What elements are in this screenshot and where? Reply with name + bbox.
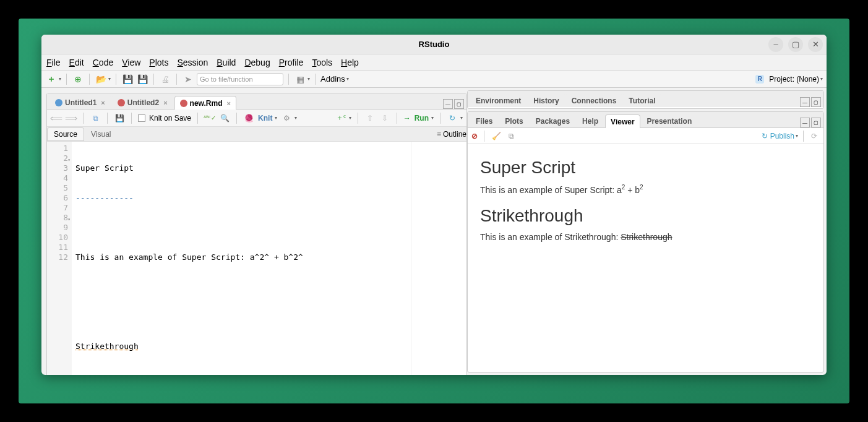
save-all-icon[interactable]: 💾 — [136, 73, 148, 85]
viewer-heading-superscript: Super Script — [480, 158, 811, 178]
save-icon[interactable]: 💾 — [121, 73, 134, 85]
settings-dropdown[interactable]: ▾ — [294, 115, 297, 121]
rstudio-window: RStudio – ▢ ✕ File Edit Code View Plots … — [41, 35, 827, 375]
code-editor[interactable]: 1 2▾ 3 4 5 6 7 8▾ 9 10 11 12 Super — [47, 142, 466, 375]
visual-mode-tab[interactable]: Visual — [84, 127, 118, 141]
next-chunk-icon[interactable]: ⇩ — [379, 113, 390, 124]
publish-dropdown[interactable]: ▾ — [796, 133, 798, 139]
viewer-paragraph-strikethrough: This is an example of Strikethrough: Str… — [480, 232, 811, 242]
clear-viewer-icon[interactable]: 🧹 — [491, 131, 502, 142]
publish-icon[interactable]: ↻ — [447, 113, 458, 124]
project-menu[interactable]: Project: (None) — [769, 75, 819, 84]
tab-new-rmd[interactable]: new.Rmd × — [174, 96, 236, 110]
outline-column — [411, 142, 466, 375]
tab-environment[interactable]: Environment — [470, 93, 526, 107]
new-file-icon[interactable]: ＋ — [45, 73, 58, 85]
minimize-pane-icon[interactable]: — — [443, 99, 453, 109]
tab-presentation[interactable]: Presentation — [642, 114, 698, 127]
refresh-viewer-icon[interactable]: ⟳ — [809, 131, 820, 142]
r-project-icon: R — [755, 75, 764, 84]
menu-debug[interactable]: Debug — [244, 58, 270, 67]
addins-dropdown[interactable]: ▾ — [346, 76, 349, 82]
menu-build[interactable]: Build — [217, 58, 236, 67]
prev-chunk-icon[interactable]: ⇧ — [364, 113, 376, 124]
code-content[interactable]: Super Script ------------ This is an exa… — [72, 142, 411, 375]
minimize-button[interactable]: – — [768, 37, 783, 52]
addins-menu[interactable]: Addins — [320, 74, 345, 84]
tab-help[interactable]: Help — [577, 114, 604, 127]
knit-on-save-checkbox[interactable] — [138, 114, 145, 122]
rmd-icon — [118, 99, 125, 106]
menu-code[interactable]: Code — [93, 58, 113, 67]
minimize-pane-icon[interactable]: — — [800, 97, 810, 107]
project-dropdown[interactable]: ▾ — [820, 76, 823, 82]
tab-tutorial[interactable]: Tutorial — [623, 93, 661, 107]
grid-dropdown[interactable]: ▾ — [307, 76, 310, 82]
open-file-icon[interactable]: 📂 — [95, 73, 107, 85]
close-icon[interactable]: × — [163, 99, 167, 106]
knit-dropdown[interactable]: ▾ — [275, 115, 277, 121]
settings-icon[interactable]: ⚙ — [281, 113, 292, 124]
new-file-dropdown[interactable]: ▾ — [59, 76, 61, 82]
viewer-heading-strikethrough: Strikethrough — [480, 206, 811, 226]
viewer-content: Super Script This is an example of Super… — [468, 144, 823, 372]
tab-files[interactable]: Files — [470, 114, 498, 127]
menu-file[interactable]: File — [46, 58, 61, 67]
forward-icon[interactable]: ⟹ — [66, 113, 77, 124]
tab-plots[interactable]: Plots — [499, 114, 528, 127]
save-doc-icon[interactable]: 💾 — [114, 113, 125, 124]
line-gutter: 1 2▾ 3 4 5 6 7 8▾ 9 10 11 12 — [47, 142, 72, 375]
popout-viewer-icon[interactable]: ⧉ — [505, 131, 517, 142]
editor-toolbar: ⟸ ⟹ ⧉ 💾 Knit on Save ᴬᴮᶜ✓ 🔍 🧶 Knit ▾ — [47, 110, 466, 127]
close-icon[interactable]: × — [226, 100, 230, 107]
back-icon[interactable]: ⟸ — [51, 113, 62, 124]
tab-packages[interactable]: Packages — [530, 114, 575, 127]
rmd-icon — [180, 100, 187, 107]
new-project-icon[interactable]: ⊕ — [72, 73, 84, 85]
tab-untitled1[interactable]: Untitled1 × — [49, 95, 111, 109]
menu-edit[interactable]: Edit — [69, 58, 84, 67]
maximize-pane-icon[interactable]: ▢ — [454, 99, 464, 109]
tab-viewer[interactable]: Viewer — [605, 114, 640, 128]
tab-untitled2[interactable]: Untitled2 × — [112, 95, 173, 109]
maximize-button[interactable]: ▢ — [788, 37, 803, 52]
environment-tabs: Environment History Connections Tutorial… — [468, 91, 823, 107]
tab-history[interactable]: History — [528, 93, 564, 107]
tab-connections[interactable]: Connections — [566, 93, 622, 107]
menu-profile[interactable]: Profile — [279, 58, 304, 67]
knit-button[interactable]: Knit — [258, 114, 272, 123]
remove-viewer-icon[interactable]: ⊘ — [471, 132, 478, 140]
minimize-pane-icon[interactable]: — — [800, 118, 810, 127]
insert-chunk-dropdown[interactable]: ▾ — [349, 115, 351, 121]
show-in-new-window-icon[interactable]: ⧉ — [90, 113, 101, 124]
spellcheck-icon[interactable]: ᴬᴮᶜ✓ — [204, 113, 215, 124]
menu-session[interactable]: Session — [177, 58, 208, 67]
knit-on-save-label: Knit on Save — [149, 114, 191, 123]
close-button[interactable]: ✕ — [808, 37, 823, 52]
window-title: RStudio — [419, 40, 450, 49]
menu-view[interactable]: View — [122, 58, 140, 67]
open-file-dropdown[interactable]: ▾ — [108, 76, 111, 82]
print-icon[interactable]: 🖨 — [159, 73, 171, 85]
goto-file-input[interactable]: Go to file/function — [197, 73, 283, 85]
menu-plots[interactable]: Plots — [149, 58, 168, 67]
find-icon[interactable]: 🔍 — [219, 113, 230, 124]
viewer-paragraph-superscript: This is an example of Super Script: a2 +… — [480, 184, 811, 195]
menu-tools[interactable]: Tools — [312, 58, 332, 67]
run-dropdown[interactable]: ▾ — [431, 115, 434, 121]
close-icon[interactable]: × — [101, 99, 105, 106]
insert-chunk-icon[interactable]: ＋ᶜ — [335, 113, 346, 124]
titlebar: RStudio – ▢ ✕ — [41, 35, 827, 54]
publish-dropdown[interactable]: ▾ — [460, 115, 463, 121]
source-mode-tab[interactable]: Source — [47, 127, 84, 141]
goto-icon[interactable]: ➤ — [182, 73, 194, 85]
maximize-pane-icon[interactable]: ▢ — [811, 97, 821, 107]
run-button[interactable]: Run — [415, 114, 429, 123]
maximize-pane-icon[interactable]: ▢ — [811, 118, 821, 127]
output-tabs: Files Plots Packages Help Viewer Present… — [468, 112, 823, 128]
outline-toggle[interactable]: ≡Outline — [437, 130, 466, 139]
grid-icon[interactable]: ▦ — [294, 73, 306, 85]
publish-button[interactable]: ↻ Publish — [762, 132, 794, 140]
knit-icon[interactable]: 🧶 — [243, 113, 254, 124]
menu-help[interactable]: Help — [341, 58, 359, 67]
